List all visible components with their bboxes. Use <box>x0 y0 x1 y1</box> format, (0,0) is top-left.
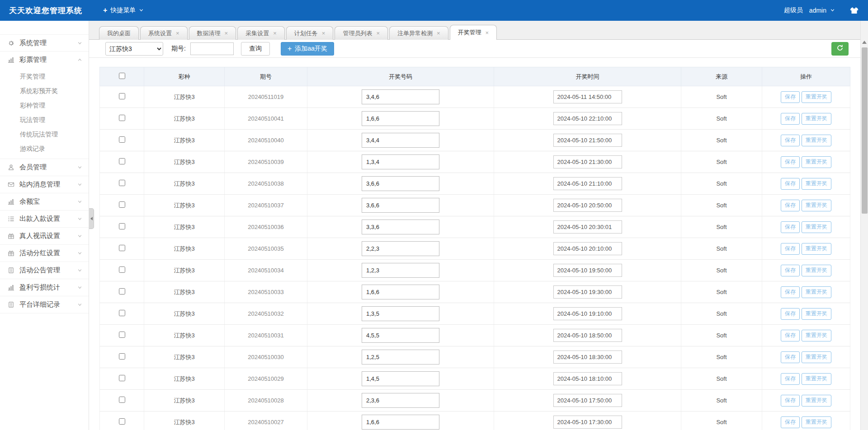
save-button[interactable]: 保存 <box>781 286 800 298</box>
row-checkbox[interactable] <box>119 245 125 251</box>
save-button[interactable]: 保存 <box>781 221 800 233</box>
sidebar-item[interactable]: 盈利亏损统计 <box>0 279 89 296</box>
tab-item[interactable]: 管理员列表× <box>335 26 388 40</box>
save-button[interactable]: 保存 <box>781 91 800 103</box>
time-input[interactable] <box>553 416 622 429</box>
tshirt-icon[interactable] <box>849 7 859 14</box>
sidebar-item[interactable]: 系统管理 <box>0 34 89 51</box>
row-checkbox[interactable] <box>119 375 125 381</box>
time-input[interactable] <box>553 264 622 277</box>
refresh-button[interactable] <box>831 42 849 56</box>
numbers-input[interactable] <box>362 263 439 278</box>
row-checkbox[interactable] <box>119 115 125 121</box>
close-icon[interactable]: × <box>273 30 277 36</box>
row-checkbox[interactable] <box>119 223 125 229</box>
sidebar-subitem[interactable]: 游戏记录 <box>0 141 89 156</box>
time-input[interactable] <box>553 285 622 299</box>
tab-item[interactable]: 我的桌面 <box>99 26 139 40</box>
sidebar-item[interactable]: 余额宝 <box>0 193 89 210</box>
sidebar-item[interactable]: 会员管理 <box>0 159 89 176</box>
save-button[interactable]: 保存 <box>781 395 800 407</box>
reset-lottery-button[interactable]: 重置开奖 <box>802 395 831 407</box>
tab-item[interactable]: 采集设置× <box>237 26 285 40</box>
row-checkbox[interactable] <box>119 397 125 403</box>
time-input[interactable] <box>553 90 622 103</box>
save-button[interactable]: 保存 <box>781 178 800 190</box>
reset-lottery-button[interactable]: 重置开奖 <box>802 373 831 385</box>
time-input[interactable] <box>553 199 622 212</box>
row-checkbox[interactable] <box>119 93 125 99</box>
save-button[interactable]: 保存 <box>781 113 800 125</box>
close-icon[interactable]: × <box>225 30 228 36</box>
time-input[interactable] <box>553 242 622 255</box>
row-checkbox[interactable] <box>119 353 125 360</box>
numbers-input[interactable] <box>362 111 439 126</box>
time-input[interactable] <box>553 177 622 190</box>
reset-lottery-button[interactable]: 重置开奖 <box>802 178 831 190</box>
sidebar-item[interactable]: 活动公告管理 <box>0 262 89 279</box>
tab-item[interactable]: 计划任务× <box>286 26 334 40</box>
save-button[interactable]: 保存 <box>781 243 800 255</box>
row-checkbox[interactable] <box>119 332 125 338</box>
sidebar-subitem[interactable]: 系统彩预开奖 <box>0 84 89 98</box>
time-input[interactable] <box>553 134 622 147</box>
tab-item[interactable]: 系统设置× <box>140 26 188 40</box>
save-button[interactable]: 保存 <box>781 135 800 146</box>
user-menu-button[interactable]: admin <box>809 7 835 14</box>
numbers-input[interactable] <box>362 154 439 169</box>
lottery-select[interactable]: 江苏快3 <box>105 42 163 56</box>
time-input[interactable] <box>553 394 622 407</box>
sidebar-collapse-handle[interactable] <box>89 208 94 229</box>
numbers-input[interactable] <box>362 393 439 408</box>
numbers-input[interactable] <box>362 198 439 213</box>
save-button[interactable]: 保存 <box>781 308 800 320</box>
add-lottery-button[interactable]: + 添加aa开奖 <box>281 42 334 56</box>
save-button[interactable]: 保存 <box>781 200 800 211</box>
sidebar-subitem[interactable]: 开奖管理 <box>0 69 89 84</box>
save-button[interactable]: 保存 <box>781 156 800 168</box>
quick-menu-button[interactable]: + 快捷菜单 <box>103 6 144 14</box>
numbers-input[interactable] <box>362 133 439 148</box>
query-button[interactable]: 查询 <box>241 42 270 56</box>
numbers-input[interactable] <box>362 328 439 343</box>
sidebar-subitem[interactable]: 玩法管理 <box>0 112 89 127</box>
vertical-scrollbar[interactable] <box>860 21 868 430</box>
save-button[interactable]: 保存 <box>781 373 800 385</box>
select-all-checkbox[interactable] <box>119 73 125 79</box>
row-checkbox[interactable] <box>119 310 125 316</box>
sidebar-item[interactable]: 平台详细记录 <box>0 296 89 313</box>
scrollbar-thumb[interactable] <box>862 47 868 214</box>
time-input[interactable] <box>553 329 622 342</box>
close-icon[interactable]: × <box>322 30 326 36</box>
time-input[interactable] <box>553 372 622 385</box>
row-checkbox[interactable] <box>119 158 125 164</box>
reset-lottery-button[interactable]: 重置开奖 <box>802 113 831 125</box>
reset-lottery-button[interactable]: 重置开奖 <box>802 308 831 320</box>
time-input[interactable] <box>553 155 622 168</box>
save-button[interactable]: 保存 <box>781 351 800 363</box>
row-checkbox[interactable] <box>119 418 125 425</box>
sidebar-item[interactable]: 活动分红设置 <box>0 245 89 262</box>
close-icon[interactable]: × <box>376 30 380 36</box>
numbers-input[interactable] <box>362 241 439 256</box>
row-checkbox[interactable] <box>119 180 125 186</box>
row-checkbox[interactable] <box>119 266 125 273</box>
numbers-input[interactable] <box>362 220 439 234</box>
reset-lottery-button[interactable]: 重置开奖 <box>802 200 831 211</box>
row-checkbox[interactable] <box>119 288 125 294</box>
time-input[interactable] <box>553 307 622 320</box>
sidebar-subitem[interactable]: 彩种管理 <box>0 98 89 112</box>
save-button[interactable]: 保存 <box>781 330 800 341</box>
numbers-input[interactable] <box>362 306 439 321</box>
tab-item[interactable]: 注单异常检测× <box>389 26 448 40</box>
close-icon[interactable]: × <box>437 30 440 36</box>
reset-lottery-button[interactable]: 重置开奖 <box>802 351 831 363</box>
reset-lottery-button[interactable]: 重置开奖 <box>802 156 831 168</box>
reset-lottery-button[interactable]: 重置开奖 <box>802 265 831 276</box>
reset-lottery-button[interactable]: 重置开奖 <box>802 243 831 255</box>
close-icon[interactable]: × <box>486 30 489 36</box>
save-button[interactable]: 保存 <box>781 265 800 276</box>
reset-lottery-button[interactable]: 重置开奖 <box>802 416 831 428</box>
reset-lottery-button[interactable]: 重置开奖 <box>802 330 831 341</box>
numbers-input[interactable] <box>362 350 439 365</box>
